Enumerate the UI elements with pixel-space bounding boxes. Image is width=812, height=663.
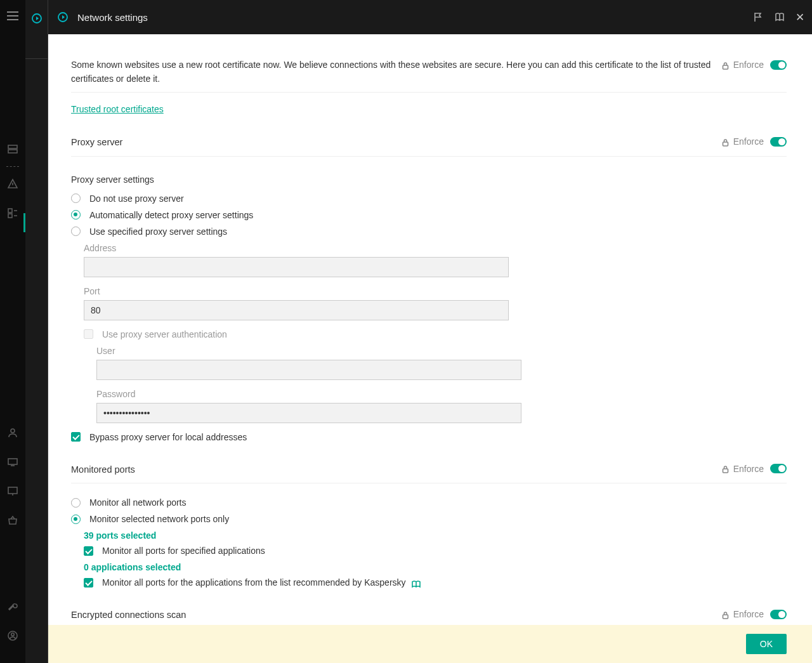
app-sidebar	[0, 0, 25, 663]
warning-icon[interactable]	[7, 178, 18, 190]
check-proxy-auth[interactable]: Use proxy server authentication	[84, 329, 787, 339]
radio-proxy-none[interactable]: Do not use proxy server	[71, 194, 787, 204]
proxy-auth-fields: User Password	[96, 346, 787, 423]
page-title: Network settings	[77, 12, 148, 23]
account-icon[interactable]	[7, 630, 18, 641]
radio-ports-all[interactable]: Monitor all network ports	[71, 497, 787, 508]
checkbox-icon	[84, 546, 93, 556]
address-label: Address	[84, 243, 787, 253]
user-label: User	[96, 346, 787, 356]
user-input[interactable]	[96, 360, 521, 380]
ports-selected-link[interactable]: 39 ports selected	[84, 530, 787, 541]
checkbox-text: Monitor all ports for the applications f…	[102, 577, 406, 588]
trusted-certs-link[interactable]: Trusted root certificates	[71, 104, 164, 114]
svg-rect-0	[8, 145, 17, 148]
check-monitor-apps[interactable]: Monitor all ports for specified applicat…	[84, 546, 787, 556]
enforce-label: Enforce	[733, 609, 764, 619]
monitor-icon[interactable]	[7, 485, 18, 497]
section-monitored-ports: Monitored ports Enforce Monitor all netw…	[71, 463, 787, 588]
enforce-label: Enforce	[733, 464, 764, 474]
enforce-toggle-proxy[interactable]	[770, 137, 787, 147]
radio-label: Do not use proxy server	[89, 194, 184, 204]
lock-icon	[721, 464, 730, 473]
password-label: Password	[96, 389, 787, 399]
enforce-toggle-certs[interactable]	[770, 60, 787, 70]
checkbox-label: Use proxy server authentication	[102, 329, 227, 339]
certs-description: Some known websites use a new root certi…	[71, 58, 716, 86]
check-bypass-local[interactable]: Bypass proxy server for local addresses	[71, 432, 787, 442]
back-icon[interactable]	[57, 11, 69, 23]
sidebar-divider	[6, 166, 19, 167]
check-monitor-kaspersky[interactable]: Monitor all ports for the applications f…	[84, 577, 787, 588]
radio-ports-selected[interactable]: Monitor selected network ports only	[71, 514, 787, 524]
svg-rect-16	[723, 65, 728, 69]
book-icon[interactable]	[774, 11, 785, 23]
proxy-title: Proxy server	[71, 135, 716, 149]
checkbox-label: Monitor all ports for specified applicat…	[102, 546, 265, 556]
book-small-icon[interactable]	[412, 580, 421, 588]
port-label: Port	[84, 286, 787, 296]
section-proxy: Proxy server Enforce Proxy server settin…	[71, 135, 787, 442]
radio-icon	[71, 498, 81, 508]
flag-icon[interactable]	[752, 11, 764, 23]
sidebar-icon-1[interactable]	[7, 143, 18, 155]
enforce-label: Enforce	[733, 60, 764, 70]
radio-proxy-auto[interactable]: Automatically detect proxy server settin…	[71, 210, 787, 220]
svg-point-7	[11, 429, 15, 433]
radio-label: Automatically detect proxy server settin…	[89, 210, 253, 220]
content-scroll[interactable]: Some known websites use a new root certi…	[48, 34, 812, 625]
settings-modal: Network settings ✕ Some known websites u…	[48, 0, 812, 663]
enc-title: Encrypted connections scan	[71, 608, 716, 622]
enforce-toggle-enc[interactable]	[770, 610, 787, 619]
port-input[interactable]	[84, 300, 509, 320]
radio-label: Use specified proxy server settings	[89, 226, 227, 237]
lock-icon	[721, 138, 730, 146]
svg-rect-17	[723, 142, 728, 146]
address-input[interactable]	[84, 257, 509, 277]
devices-icon[interactable]	[7, 456, 18, 468]
radio-label: Monitor selected network ports only	[89, 514, 229, 524]
proxy-fields: Address Port Use proxy server authentica…	[84, 243, 787, 423]
svg-rect-3	[8, 209, 12, 213]
radio-icon	[71, 226, 81, 236]
wrench-icon[interactable]	[7, 601, 18, 612]
svg-rect-10	[8, 487, 17, 494]
svg-point-13	[11, 633, 14, 636]
hamburger-icon[interactable]	[7, 11, 18, 20]
password-input[interactable]	[96, 403, 521, 423]
modal-footer: OK	[48, 625, 812, 663]
checkbox-label: Bypass proxy server for local addresses	[89, 432, 247, 442]
enforce-label: Enforce	[733, 136, 764, 147]
back-panel-icon	[31, 13, 43, 24]
svg-rect-19	[723, 615, 728, 619]
enforce-proxy: Enforce	[721, 136, 787, 147]
radio-icon	[71, 210, 81, 220]
user-icon[interactable]	[7, 427, 18, 438]
proxy-settings-label: Proxy server settings	[71, 174, 787, 185]
enforce-ports: Enforce	[721, 464, 787, 474]
enforce-toggle-ports[interactable]	[770, 464, 787, 473]
section-divider	[71, 92, 787, 93]
checkbox-icon	[84, 578, 93, 588]
modal-header: Network settings ✕	[48, 0, 812, 34]
lock-icon	[721, 61, 730, 69]
radio-proxy-specified[interactable]: Use specified proxy server settings	[71, 226, 787, 237]
sidebar-icon-3[interactable]	[7, 207, 18, 219]
checkbox-icon	[84, 329, 93, 339]
checkbox-label: Monitor all ports for the applications f…	[102, 577, 421, 588]
ports-title: Monitored ports	[71, 463, 716, 476]
svg-rect-4	[8, 214, 12, 218]
radio-label: Monitor all network ports	[89, 497, 187, 508]
basket-icon[interactable]	[7, 515, 18, 526]
apps-selected-link[interactable]: 0 applications selected	[84, 562, 787, 572]
behind-panel	[25, 0, 48, 663]
enforce-enc: Enforce	[721, 609, 787, 619]
close-icon[interactable]: ✕	[796, 11, 804, 24]
radio-icon	[71, 515, 81, 524]
checkbox-icon	[71, 432, 81, 442]
svg-rect-8	[8, 459, 17, 464]
ok-button[interactable]: OK	[746, 634, 787, 654]
svg-rect-1	[8, 150, 17, 153]
section-encrypted: Encrypted connections scan Enforce	[71, 608, 787, 622]
enforce-certs: Enforce	[721, 60, 787, 70]
